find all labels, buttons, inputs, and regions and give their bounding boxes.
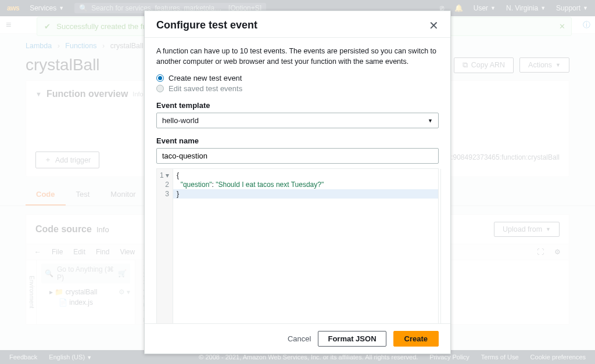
editor-content[interactable]: { "question": "Should I eat tacos next T…: [173, 169, 438, 200]
event-name-input[interactable]: [156, 148, 439, 164]
radio-on-icon: [156, 74, 164, 82]
create-button[interactable]: Create: [393, 331, 439, 347]
event-name-label: Event name: [156, 136, 439, 145]
radio-off-icon: [156, 85, 164, 92]
modal-title: Configure test event: [156, 19, 429, 31]
radio-edit-saved-label: Edit saved test events: [169, 84, 242, 93]
event-template-label: Event template: [156, 101, 439, 110]
configure-test-event-modal: Configure test event ✕ A function can ha…: [144, 10, 451, 354]
event-json-editor[interactable]: 1 ▾23 { "question": "Should I eat tacos …: [156, 168, 439, 323]
close-icon[interactable]: ✕: [429, 20, 439, 31]
radio-create-new-label: Create new test event: [169, 74, 242, 82]
chevron-down-icon: ▼: [428, 118, 433, 124]
modal-description: A function can have up to 10 test events…: [156, 46, 439, 67]
event-template-value: hello-world: [162, 116, 199, 125]
event-template-select[interactable]: hello-world ▼: [156, 113, 439, 128]
radio-create-new[interactable]: Create new test event: [156, 74, 439, 82]
cancel-button[interactable]: Cancel: [288, 334, 311, 343]
editor-gutter: 1 ▾23: [157, 169, 173, 323]
radio-edit-saved: Edit saved test events: [156, 84, 439, 93]
editor-ruler: [440, 169, 441, 323]
format-json-button[interactable]: Format JSON: [318, 331, 386, 347]
